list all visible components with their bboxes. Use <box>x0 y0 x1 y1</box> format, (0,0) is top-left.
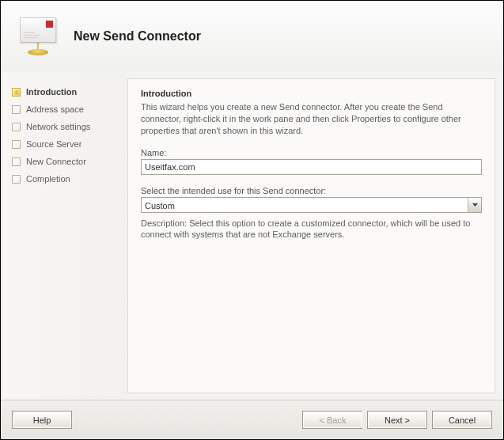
step-introduction[interactable]: Introduction <box>12 83 121 101</box>
wizard-title: New Send Connector <box>66 29 201 44</box>
back-button[interactable]: < Back <box>302 411 362 429</box>
name-input[interactable] <box>141 159 482 175</box>
use-label: Select the intended use for this Send co… <box>141 186 482 195</box>
name-label: Name: <box>141 148 482 157</box>
nav-button-group: < Back Next > <box>297 411 427 429</box>
wizard-header: New Send Connector <box>1 1 503 72</box>
step-label: Address space <box>26 104 84 114</box>
step-indicator-icon <box>12 105 21 114</box>
wizard-steps: Introduction Address space Network setti… <box>1 72 127 400</box>
step-indicator-icon <box>12 123 21 131</box>
wizard-body: Introduction Address space Network setti… <box>1 72 503 400</box>
step-indicator-icon <box>12 140 21 149</box>
step-indicator-icon <box>12 157 21 166</box>
step-label: Source Server <box>26 139 81 149</box>
use-description: Description: Select this option to creat… <box>141 218 482 241</box>
step-label: Introduction <box>26 87 77 97</box>
step-indicator-icon <box>12 88 21 97</box>
page-title: Introduction <box>141 89 482 98</box>
use-select[interactable]: Custom <box>141 197 482 213</box>
step-label: Completion <box>26 174 70 184</box>
step-source-server[interactable]: Source Server <box>12 135 121 153</box>
step-label: Network settings <box>26 122 90 131</box>
chevron-down-icon <box>468 198 481 212</box>
step-label: New Connector <box>26 157 86 166</box>
wizard-content: Introduction This wizard helps you creat… <box>127 78 495 393</box>
envelope-icon <box>10 17 66 55</box>
wizard-dialog: New Send Connector Introduction Address … <box>0 0 504 440</box>
step-completion[interactable]: Completion <box>12 170 121 188</box>
step-indicator-icon <box>12 175 21 184</box>
use-select-value: Custom <box>142 198 468 212</box>
cancel-button[interactable]: Cancel <box>432 411 492 429</box>
step-address-space[interactable]: Address space <box>12 101 121 118</box>
next-button[interactable]: Next > <box>367 411 427 429</box>
help-button[interactable]: Help <box>12 411 72 429</box>
page-intro: This wizard helps you create a new Send … <box>141 101 482 137</box>
step-new-connector[interactable]: New Connector <box>12 153 121 170</box>
step-network-settings[interactable]: Network settings <box>12 118 121 135</box>
wizard-footer: Help < Back Next > Cancel <box>1 400 503 439</box>
